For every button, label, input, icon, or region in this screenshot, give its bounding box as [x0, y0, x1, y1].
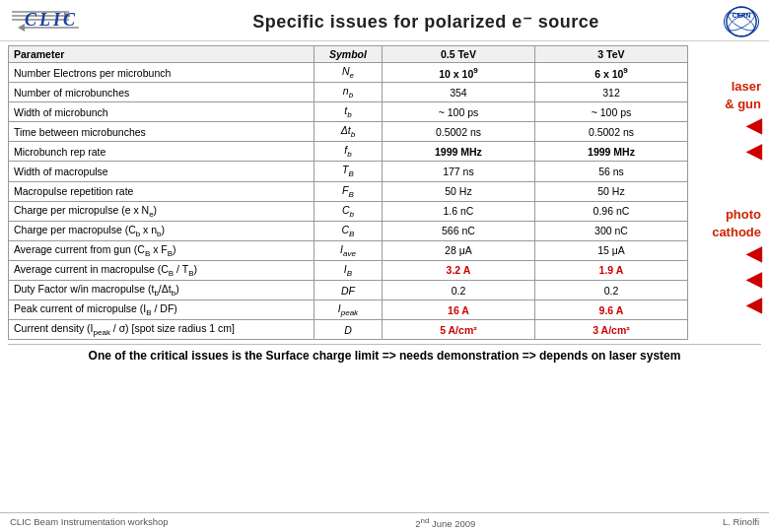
laser-gun-annotation: laser & gun ◀ ◀: [694, 79, 761, 163]
laser-gun-arrows: ◀: [746, 113, 761, 137]
main-content: Parameter Symbol 0.5 TeV 3 TeV Number El…: [0, 41, 769, 344]
bottom-bar: CLIC Beam Instrumentation workshop 2nd J…: [0, 512, 769, 532]
laser-gun-label2: & gun: [725, 97, 761, 112]
table-row: Charge per micropulse (e x Ne) Cb 1.6 nC…: [9, 201, 688, 221]
arrow-left-icon-3: ◀: [746, 241, 761, 265]
photo-cathode-annotation: photo cathode ◀ ◀ ◀: [694, 207, 761, 316]
page-title: Specific issues for polarized e⁻ source: [128, 11, 724, 33]
col-header-05tev: 0.5 TeV: [382, 46, 534, 63]
arrow-left-icon-5: ◀: [746, 293, 761, 316]
table-row: Number of microbunches nb 354 312: [9, 83, 688, 102]
table-row: Peak current of micropulse (IB / DF) Ipe…: [9, 300, 688, 320]
table-row: Width of macropulse TB 177 ns 56 ns: [9, 162, 688, 181]
arrow-left-icon-1: ◀: [746, 113, 761, 137]
data-table-wrap: Parameter Symbol 0.5 TeV 3 TeV Number El…: [8, 45, 688, 340]
photo-cathode-label2: cathode: [712, 225, 761, 240]
spacer: [694, 163, 761, 207]
table-row: Microbunch rep rate fb 1999 MHz 1999 MHz: [9, 142, 688, 162]
photo-cathode-arrows3: ◀: [746, 293, 761, 316]
bottom-left: CLIC Beam Instrumentation workshop: [10, 516, 169, 529]
svg-marker-5: [18, 24, 25, 32]
photo-cathode-label: photo: [726, 207, 761, 223]
table-row: Average current from gun (CB x FB) Iave …: [9, 240, 688, 260]
table-row: Time between microbunches Δtb 0.5002 ns …: [9, 122, 688, 142]
table-row: Macropulse repetition rate FB 50 Hz 50 H…: [9, 181, 688, 201]
laser-gun-arrows2: ◀: [746, 139, 761, 163]
table-row: Duty Factor w/in macropulse (tb/Δtb) DF …: [9, 281, 688, 300]
laser-gun-label: laser: [732, 79, 761, 95]
bottom-right: L. Rinolfi: [723, 516, 759, 529]
parameters-table: Parameter Symbol 0.5 TeV 3 TeV Number El…: [8, 45, 688, 340]
col-header-symbol: Symbol: [315, 46, 383, 63]
table-row: Current density (Ipeak / σ) [spot size r…: [9, 320, 688, 340]
svg-text:CLIC: CLIC: [25, 10, 78, 30]
page-header: CLIC Specific issues for polarized e⁻ so…: [0, 0, 769, 41]
side-annotations: laser & gun ◀ ◀ photo cathode ◀ ◀ ◀: [694, 45, 761, 340]
col-header-3tev: 3 TeV: [534, 46, 687, 63]
table-row: Average current in macropulse (CB / TB) …: [9, 260, 688, 280]
bottom-center: 2nd June 2009: [415, 516, 475, 529]
footer-note: One of the critical issues is the Surfac…: [8, 344, 761, 366]
clic-logo: CLIC: [10, 7, 128, 36]
arrow-left-icon-2: ◀: [746, 139, 761, 163]
table-row: Charge per macropulse (Cb x nb) CB 566 n…: [9, 221, 688, 240]
photo-cathode-arrows: ◀: [746, 241, 761, 265]
table-row: Number Electrons per microbunch Ne 10 x …: [9, 63, 688, 83]
photo-cathode-arrows2: ◀: [746, 267, 761, 291]
arrow-left-icon-4: ◀: [746, 267, 761, 291]
cern-logo: CERN: [724, 7, 759, 36]
table-row: Width of microbunch tb ~ 100 ps ~ 100 ps: [9, 102, 688, 122]
col-header-parameter: Parameter: [9, 46, 315, 63]
